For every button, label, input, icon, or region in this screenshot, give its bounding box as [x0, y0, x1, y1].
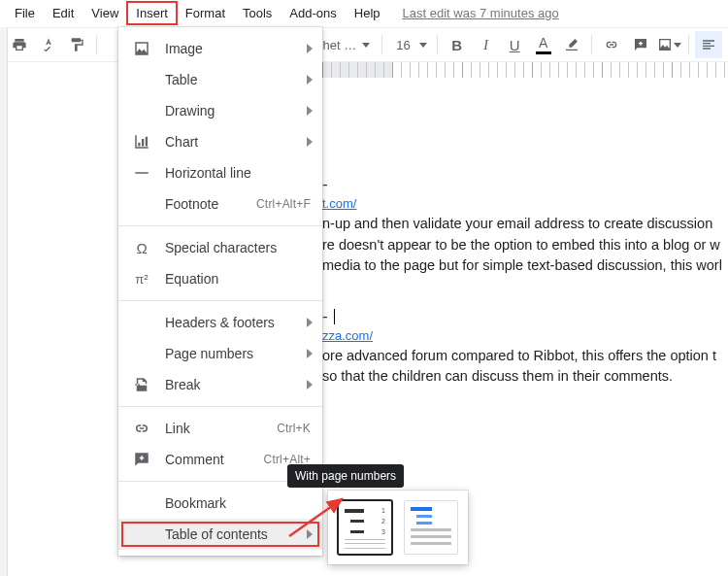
horizontal-line-icon: [132, 163, 151, 183]
menubar: File Edit View Insert Format Tools Add-o…: [0, 0, 728, 27]
image-icon: [132, 39, 151, 58]
link-icon: [132, 419, 151, 438]
menu-insert[interactable]: Insert: [127, 2, 177, 24]
text-color-button[interactable]: A: [530, 31, 557, 58]
toolbar-separator: [381, 35, 382, 54]
body-text: ore advanced forum compared to Ribbot, t…: [322, 347, 728, 366]
menu-item-footnote[interactable]: Footnote Ctrl+Alt+F: [118, 188, 322, 220]
font-name-label: chet …: [316, 38, 356, 52]
chevron-down-icon: [362, 43, 370, 48]
submenu-arrow-icon: [307, 318, 313, 327]
blank-icon: [132, 70, 151, 89]
submenu-arrow-icon: [307, 106, 313, 116]
menu-item-chart[interactable]: Chart: [118, 126, 322, 157]
menu-edit[interactable]: Edit: [44, 2, 83, 24]
menu-item-horizontal-line[interactable]: Horizontal line: [118, 157, 322, 188]
toolbar: chet … 16 B I U A: [0, 27, 728, 62]
body-text: re doesn't appear to be the option to em…: [322, 236, 728, 255]
toc-submenu: 1 2 3: [328, 491, 468, 564]
body-text: media to the page but for simple text-ba…: [322, 256, 728, 276]
menu-item-equation[interactable]: π² Equation: [118, 263, 322, 294]
menu-separator: [118, 225, 322, 226]
menu-item-special-characters[interactable]: Ω Special characters: [118, 232, 322, 263]
submenu-arrow-icon: [307, 380, 313, 390]
last-edit-link[interactable]: Last edit was 7 minutes ago: [403, 6, 559, 20]
hyperlink[interactable]: t.com/: [322, 196, 728, 211]
spellcheck-button[interactable]: [35, 31, 62, 58]
toolbar-separator: [96, 35, 97, 54]
text-dash: -: [322, 175, 728, 194]
italic-button[interactable]: I: [473, 31, 500, 58]
chevron-down-icon: [674, 43, 681, 48]
submenu-arrow-icon: [307, 44, 313, 53]
submenu-arrow-icon: [307, 349, 313, 358]
submenu-arrow-icon: [307, 75, 313, 85]
page-break-icon: [132, 375, 151, 394]
menu-item-page-numbers[interactable]: Page numbers: [118, 338, 322, 369]
chart-icon: [132, 132, 151, 152]
shortcut-label: Ctrl+K: [277, 422, 311, 435]
menu-item-break[interactable]: Break: [118, 369, 322, 400]
toolbar-separator: [688, 35, 689, 54]
menu-file[interactable]: File: [6, 2, 44, 24]
blank-icon: [132, 194, 151, 214]
hyperlink[interactable]: zza.com/: [322, 328, 728, 343]
horizontal-ruler[interactable]: [322, 62, 728, 78]
tooltip: With page numbers: [287, 464, 404, 488]
menu-item-bookmark[interactable]: Bookmark: [118, 488, 322, 519]
menu-item-headers-footers[interactable]: Headers & footers: [118, 307, 322, 338]
menu-item-table[interactable]: Table: [118, 64, 322, 95]
highlight-button[interactable]: [559, 31, 586, 58]
menu-separator: [118, 406, 322, 407]
bold-button[interactable]: B: [444, 31, 471, 58]
omega-icon: Ω: [132, 238, 151, 257]
menu-item-image[interactable]: Image: [118, 33, 322, 64]
blank-icon: [132, 493, 151, 513]
insert-link-button[interactable]: [598, 31, 625, 58]
toolbar-separator: [591, 35, 592, 54]
chevron-down-icon: [419, 43, 427, 48]
submenu-arrow-icon: [307, 529, 313, 539]
insert-image-button[interactable]: [656, 31, 683, 58]
toolbar-separator: [437, 35, 438, 54]
underline-button[interactable]: U: [501, 31, 528, 58]
print-button[interactable]: [6, 31, 33, 58]
toc-option-with-page-numbers[interactable]: 1 2 3: [338, 500, 392, 555]
font-size-label: 16: [396, 38, 410, 52]
menu-format[interactable]: Format: [177, 2, 234, 24]
toc-option-with-links[interactable]: [404, 500, 458, 555]
paint-format-button[interactable]: [63, 31, 90, 58]
text-dash: -: [322, 307, 728, 326]
pi-icon: π²: [132, 269, 151, 288]
blank-icon: [132, 101, 151, 120]
align-button[interactable]: [695, 31, 722, 58]
submenu-arrow-icon: [307, 137, 313, 147]
menu-item-table-of-contents[interactable]: Table of contents: [118, 519, 322, 550]
insert-comment-button[interactable]: [627, 31, 654, 58]
shortcut-label: Ctrl+Alt+F: [256, 197, 311, 211]
blank-icon: [132, 344, 151, 363]
menu-item-link[interactable]: Link Ctrl+K: [118, 413, 322, 444]
text-cursor: [334, 309, 335, 324]
blank-icon: [132, 313, 151, 332]
menu-addons[interactable]: Add-ons: [281, 2, 345, 24]
blank-icon: [132, 525, 151, 544]
body-text: so that the children can discuss them in…: [322, 367, 728, 387]
vertical-ruler-strip: [0, 27, 8, 576]
menu-view[interactable]: View: [83, 2, 127, 24]
menu-item-drawing[interactable]: Drawing: [118, 95, 322, 126]
menu-help[interactable]: Help: [346, 2, 389, 24]
font-size-selector[interactable]: 16: [388, 32, 431, 57]
menu-separator: [118, 300, 322, 301]
body-text: n-up and then validate your email addres…: [322, 215, 728, 234]
comment-icon: [132, 450, 151, 469]
menu-tools[interactable]: Tools: [234, 2, 281, 24]
